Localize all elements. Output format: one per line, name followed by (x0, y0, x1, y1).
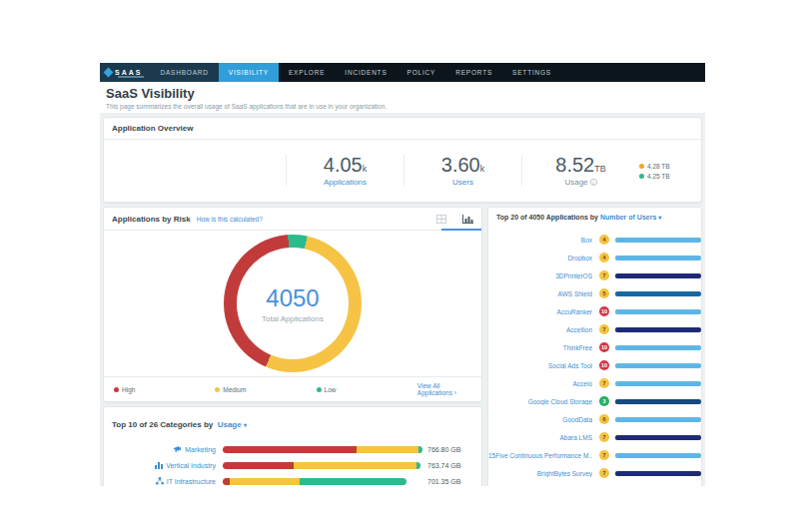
users-bar (615, 238, 701, 243)
application-row: BrightBytes Survey 7 (488, 464, 701, 482)
app-link[interactable]: Accellion (488, 326, 592, 333)
medium-risk-dot-icon (215, 387, 220, 392)
usage-legend-item: 4.25 TB (639, 173, 693, 180)
application-overview-card: Application Overview 4.05k Applications … (103, 117, 702, 203)
application-overview-title: Application Overview (112, 124, 193, 133)
risk-score-badge: 6 (599, 414, 609, 424)
app-link[interactable]: 3DPrinterOS (488, 272, 592, 279)
how-calculated-link[interactable]: How is this calculated? (197, 216, 263, 223)
app-link[interactable]: AccuRanker (488, 308, 592, 315)
category-row: Vertical Industry 763.74 GB (104, 457, 473, 473)
risk-score-badge: 10 (599, 342, 609, 352)
category-usage-value: 701.35 GB (427, 478, 460, 485)
risk-score-badge: 5 (599, 288, 609, 298)
logo-text: SAAS (115, 69, 142, 76)
stat-applications-value: 4.05k (287, 155, 403, 176)
applications-sort-dropdown[interactable]: Number of Users ▾ (600, 214, 661, 221)
users-bar (615, 327, 701, 332)
categories-sort-dropdown[interactable]: Usage ▾ (218, 420, 247, 429)
top-applications-card: Top 20 of 4050 Applications by Number of… (487, 207, 702, 486)
low-risk-dot-icon (317, 387, 322, 392)
application-row: Abara LMS 7 (488, 428, 701, 446)
stat-users-label[interactable]: Users (404, 178, 521, 187)
categories-card-header: Top 10 of 26 Categories by Usage ▾ (104, 407, 481, 437)
risk-score-badge: 7 (599, 450, 609, 460)
users-bar (615, 345, 701, 350)
overview-stats: 4.05k Applications 3.60k Users 8.52TB Us… (104, 140, 701, 202)
page-title: SaaS Visibility (106, 86, 699, 101)
stat-users: 3.60k Users (403, 155, 521, 187)
chart-view-icon[interactable] (461, 214, 473, 224)
category-usage-value: 766.80 GB (427, 446, 460, 453)
nav-item-settings[interactable]: SETTINGS (502, 63, 561, 82)
risk-score-badge: 7 (599, 324, 609, 334)
nav-item-reports[interactable]: REPORTS (445, 63, 502, 82)
application-row: GoodData 6 (488, 410, 701, 428)
stat-usage-label: Usagei (522, 178, 639, 187)
risk-donut-chart[interactable]: 4050 Total Applications (224, 235, 362, 372)
application-row: AccuRanker 10 (488, 302, 701, 320)
legend-item-medium: Medium (215, 386, 316, 393)
view-toggle (435, 214, 473, 224)
app-window: SAAS DASHBOARD VISIBILITY EXPLORE INCIDE… (100, 63, 705, 486)
screenshot-stage: SAAS DASHBOARD VISIBILITY EXPLORE INCIDE… (0, 0, 804, 532)
app-link[interactable]: Abara LMS (488, 434, 592, 441)
application-row: ThinkFree 10 (488, 338, 701, 356)
app-link[interactable]: GoodData (488, 416, 592, 423)
category-bar-zone (223, 446, 422, 453)
stat-applications-label[interactable]: Applications (287, 178, 403, 187)
bar-chart-icon (155, 461, 163, 469)
nav-item-visibility[interactable]: VISIBILITY (219, 63, 279, 82)
usage-legend-item: 4.28 TB (639, 163, 693, 170)
app-link[interactable]: 15Five Continuous Performance M... (488, 452, 592, 459)
stat-usage-value: 8.52TB (522, 155, 639, 176)
chevron-down-icon: ▾ (244, 422, 247, 428)
nav-item-policy[interactable]: POLICY (398, 63, 446, 82)
users-bar (615, 471, 701, 476)
chevron-down-icon: ▾ (658, 215, 661, 221)
top-categories-card: Top 10 of 26 Categories by Usage ▾ Marke… (103, 406, 482, 486)
app-link[interactable]: Social Ads Tool (488, 362, 592, 369)
app-link[interactable]: Dropbox (488, 255, 592, 262)
left-column: Applications by Risk How is this calcula… (103, 207, 482, 486)
users-bar (615, 363, 701, 368)
category-usage-value: 763.74 GB (427, 462, 460, 469)
category-row: IT Infrastructure 701.35 GB (104, 473, 473, 486)
table-view-icon[interactable] (435, 214, 447, 224)
app-link[interactable]: BrightBytes Survey (488, 470, 592, 477)
app-link[interactable]: AWS Shield (488, 290, 592, 297)
app-link[interactable]: Box (488, 237, 592, 244)
categories-list: Marketing 766.80 GB Vertical Industry (104, 437, 481, 486)
usage-legend: 4.28 TB 4.25 TB (639, 160, 701, 183)
application-overview-header: Application Overview (104, 118, 701, 139)
total-applications-value: 4050 (266, 284, 319, 312)
risk-score-badge: 7 (599, 432, 609, 442)
category-link-it-infrastructure[interactable]: IT Infrastructure (104, 477, 216, 485)
view-all-applications-link[interactable]: View All Applications › (417, 382, 471, 396)
info-icon[interactable]: i (590, 179, 597, 186)
app-link[interactable]: ThinkFree (488, 344, 592, 351)
stat-usage: 8.52TB Usagei (521, 155, 639, 187)
logo-tagline (118, 76, 144, 78)
content-area: Application Overview 4.05k Applications … (100, 113, 705, 486)
category-link-marketing[interactable]: Marketing (104, 445, 216, 453)
brand-logo[interactable]: SAAS (100, 63, 150, 82)
risk-score-badge: 4 (599, 235, 609, 245)
risk-legend: High Medium Low View All Applications › (104, 376, 481, 401)
risk-donut-center: 4050 Total Applications (237, 248, 349, 359)
application-row: Accellion 7 (488, 320, 701, 338)
risk-score-badge: 10 (599, 306, 609, 316)
app-link[interactable]: Google Cloud Storage (488, 398, 592, 405)
stat-users-value: 3.60k (404, 155, 521, 176)
applications-list: Box 4 Dropbox 4 3DPrinterOS 7 (488, 227, 701, 482)
active-view-underline (441, 229, 481, 231)
application-row: Accelo 7 (488, 374, 701, 392)
risk-donut-zone: 4050 Total Applications (104, 231, 481, 376)
risk-card-title: Applications by Risk (112, 215, 191, 224)
nav-item-explore[interactable]: EXPLORE (279, 63, 335, 82)
stacked-usage-bar (223, 478, 406, 485)
app-link[interactable]: Accelo (488, 380, 592, 387)
category-link-vertical-industry[interactable]: Vertical Industry (104, 461, 216, 469)
nav-item-incidents[interactable]: INCIDENTS (335, 63, 397, 82)
nav-item-dashboard[interactable]: DASHBOARD (150, 63, 218, 82)
